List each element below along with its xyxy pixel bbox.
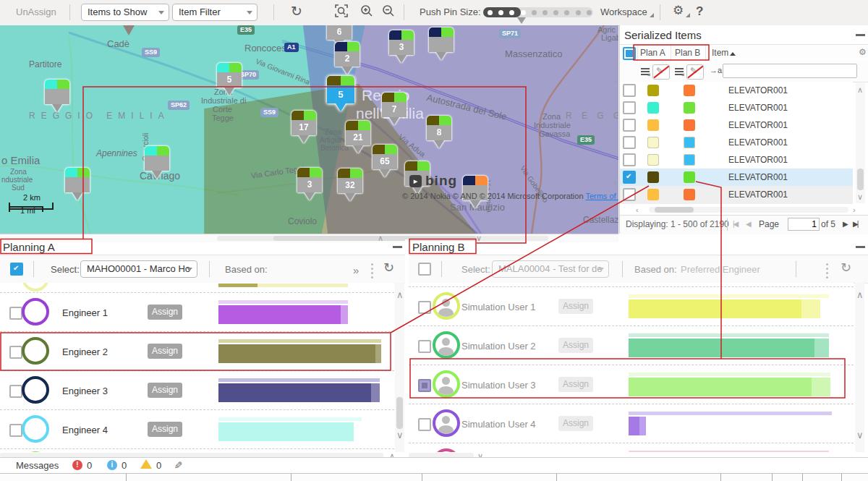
pushpin[interactable]: 3 (389, 30, 414, 63)
assign-button[interactable]: Assign (148, 422, 182, 437)
pushpin-slider-pointer[interactable] (517, 17, 526, 24)
collapse-left-icon[interactable]: ‹ (614, 179, 617, 186)
pushpin[interactable] (429, 27, 454, 60)
row-checkbox[interactable] (623, 119, 636, 132)
pushpin-slider-dot[interactable] (498, 10, 503, 15)
item-filter-dropdown[interactable]: Item Filter (172, 4, 258, 21)
table-row[interactable]: ELEVATOR001 (620, 134, 853, 152)
pushpin[interactable]: 5 (217, 63, 242, 95)
warning-icon[interactable] (140, 459, 152, 469)
row-checkbox[interactable] (9, 424, 22, 437)
drag-handle[interactable] (371, 268, 373, 270)
list-item[interactable]: Simulation User 3Assign (409, 365, 854, 404)
row-checkbox[interactable] (623, 188, 636, 201)
planning-a-vscrollbar[interactable]: ∧ ∨ (395, 283, 404, 452)
plan-b-column-header[interactable]: Plan B (675, 48, 700, 58)
help-button[interactable]: ? (696, 4, 703, 19)
pushpin[interactable]: 8 (427, 116, 451, 148)
pushpin[interactable] (65, 168, 90, 200)
refresh-icon[interactable]: ↻ (383, 260, 394, 276)
clear-filter-button[interactable]: ✎ (686, 64, 704, 80)
list-item[interactable]: Engineer 4Assign (0, 409, 394, 449)
clear-filter-button[interactable]: ✎ (652, 64, 670, 80)
scroll-up-icon[interactable]: ∧ (856, 291, 864, 299)
workspace-menu[interactable]: Workspace (600, 7, 647, 17)
unassign-button[interactable]: UnAssign (16, 7, 56, 17)
planning-b-checkbox[interactable] (418, 263, 431, 276)
map-canvas[interactable]: Reggio nell'Emilia CadèPartitoreRoncoces… (0, 25, 618, 234)
starts-with-icon[interactable]: →a (710, 66, 722, 75)
last-page-button[interactable]: ▶| (853, 220, 857, 228)
table-row[interactable]: ELEVATOR001 (620, 151, 853, 169)
pushpin-slider-dot[interactable] (509, 10, 514, 15)
row-checkbox[interactable] (623, 136, 636, 149)
assign-button[interactable]: Assign (148, 383, 182, 398)
row-checkbox[interactable] (9, 385, 22, 398)
scroll-down-icon[interactable]: ∨ (856, 432, 864, 439)
refresh-icon[interactable]: ↻ (841, 260, 851, 276)
pushpin[interactable]: 7 (382, 93, 407, 125)
assign-button[interactable]: Assign (148, 344, 182, 359)
items-to-show-dropdown[interactable]: Items to Show (81, 4, 169, 21)
row-checkbox[interactable] (9, 346, 22, 359)
scroll-thumb[interactable] (655, 207, 694, 213)
table-row[interactable]: ELEVATOR001 (620, 116, 853, 135)
prev-page-button[interactable]: ◀ (746, 220, 750, 228)
page-number-input[interactable] (788, 218, 820, 231)
table-row[interactable]: ELEVATOR001 (620, 82, 853, 100)
gear-icon[interactable]: ⚙ (673, 3, 684, 19)
row-checkbox[interactable] (418, 418, 431, 431)
list-item[interactable]: Simulation User 1Assign (409, 286, 854, 326)
pushpin[interactable]: 2 (335, 42, 359, 75)
minimize-button[interactable] (856, 34, 865, 36)
scroll-down-icon[interactable]: ∨ (396, 432, 404, 439)
scroll-left-icon[interactable]: ‹ (636, 206, 639, 213)
pushpin-slider-dot[interactable] (532, 10, 537, 15)
assign-button[interactable]: Assign (558, 338, 593, 353)
list-item[interactable] (0, 448, 394, 452)
scroll-down-icon[interactable]: ∨ (857, 193, 863, 200)
table-row[interactable]: ELEVATOR001 (620, 99, 853, 117)
pushpin-slider-dot[interactable] (542, 10, 548, 15)
zoom-out-icon[interactable] (381, 4, 396, 22)
item-filter-input[interactable] (723, 64, 857, 78)
row-checkbox[interactable] (418, 301, 431, 314)
table-row[interactable]: ELEVATOR001 (620, 169, 853, 187)
serialized-hscrollbar[interactable]: ‹ › (620, 205, 868, 215)
scroll-right-icon[interactable]: › (853, 206, 856, 213)
list-item[interactable]: Simulation User 2Assign (409, 325, 854, 365)
first-page-button[interactable]: |◀ (733, 220, 737, 228)
minimize-button[interactable] (856, 246, 865, 248)
scroll-up-icon[interactable]: ∧ (396, 291, 404, 299)
assign-button[interactable]: Assign (558, 377, 593, 392)
select-all-checkbox[interactable] (623, 47, 636, 60)
zoom-in-icon[interactable] (359, 4, 374, 22)
pushpin-selected[interactable]: 5 (327, 76, 354, 111)
table-row[interactable]: ELEVATOR001 (620, 186, 853, 204)
scroll-thumb[interactable] (857, 169, 864, 190)
assign-button[interactable]: Assign (558, 299, 593, 314)
error-icon[interactable]: ! (72, 460, 82, 470)
planning-b-engineer-dropdown[interactable]: MALA00004 - Test for de (492, 260, 609, 278)
pushpin-slider-dot[interactable] (564, 10, 569, 15)
pushpin-slider-dot[interactable] (587, 10, 592, 15)
row-checkbox[interactable] (418, 340, 431, 353)
row-checkbox[interactable] (623, 153, 636, 166)
minimize-button[interactable] (393, 246, 402, 248)
pushpin-slider-dot[interactable] (488, 10, 493, 15)
pushpin[interactable] (45, 80, 69, 112)
pushpin[interactable] (145, 146, 169, 179)
pushpin[interactable]: 17 (292, 111, 316, 143)
pushpin[interactable]: 3 (297, 168, 322, 200)
pushpin[interactable]: 32 (338, 169, 362, 201)
planning-b-vscrollbar[interactable]: ∧ ∨ (855, 283, 864, 452)
pushpin-slider-dot[interactable] (553, 10, 558, 15)
planning-a-checkbox[interactable] (10, 263, 23, 276)
row-checkbox[interactable] (623, 171, 636, 184)
more-options-chevrons[interactable]: » (353, 264, 359, 276)
collapse-right-icon[interactable]: › (614, 77, 617, 85)
assign-button[interactable]: Assign (558, 416, 593, 431)
zoom-to-fit-icon[interactable] (334, 4, 349, 22)
planning-a-engineer-dropdown[interactable]: MAHO00001 - Marco Ho (80, 260, 197, 278)
row-checkbox[interactable] (623, 101, 636, 114)
